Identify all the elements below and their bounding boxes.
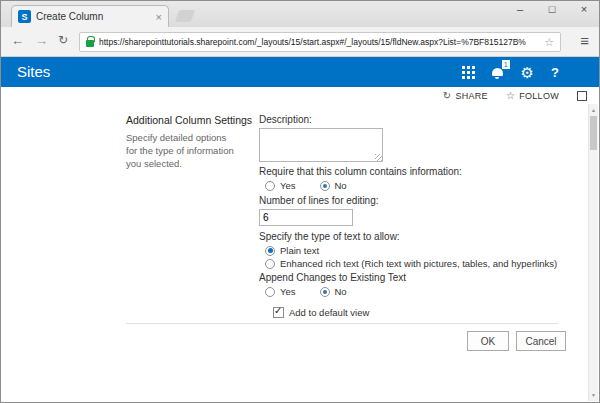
notifications-bell-icon[interactable]: 1: [492, 66, 504, 78]
share-button[interactable]: ↻ SHARE: [443, 90, 488, 101]
require-options: Yes No: [265, 180, 571, 191]
lock-icon: [86, 40, 94, 47]
tab-close-icon[interactable]: ×: [156, 11, 162, 23]
lines-input[interactable]: [259, 209, 353, 226]
window-controls: – □ ×: [513, 3, 591, 15]
page-toolbar: ↻ SHARE ☆ FOLLOW: [1, 87, 599, 104]
refresh-button[interactable]: ↻: [58, 33, 68, 47]
radio-option-append-yes[interactable]: Yes: [265, 286, 296, 297]
form-buttons: OK Cancel: [467, 331, 566, 351]
follow-button[interactable]: ☆ FOLLOW: [506, 90, 559, 101]
browser-navbar: ← → ↻ https://sharepointtutorials.sharep…: [1, 27, 599, 57]
radio-option-append-no[interactable]: No: [320, 286, 347, 297]
settings-form: Description: Require that this column co…: [259, 114, 571, 322]
app-launcher-icon[interactable]: [462, 66, 475, 79]
radio-label: No: [335, 180, 347, 191]
url-text: https://sharepointtutorials.sharepoint.c…: [99, 37, 539, 47]
notification-badge: 1: [502, 60, 510, 69]
minimize-button[interactable]: –: [513, 3, 527, 15]
follow-label: FOLLOW: [519, 91, 559, 101]
divider: [126, 323, 558, 324]
radio-label: Yes: [280, 286, 296, 297]
new-tab-button[interactable]: [175, 10, 195, 22]
share-label: SHARE: [455, 91, 488, 101]
resize-grip-icon[interactable]: [375, 154, 382, 161]
radio-selected-icon: [320, 181, 330, 191]
section-description: Specify detailed options for the type of…: [126, 132, 240, 170]
back-button[interactable]: ←: [11, 33, 24, 48]
append-options: Yes No: [265, 286, 571, 297]
close-button[interactable]: ×: [577, 3, 591, 15]
radio-option-require-yes[interactable]: Yes: [265, 180, 296, 191]
radio-icon: [265, 259, 275, 269]
radio-label: Enhanced rich text (Rich text with pictu…: [280, 258, 557, 269]
checkmark-icon: ✓: [274, 305, 282, 316]
checkbox-icon: ✓: [273, 307, 284, 318]
follow-star-icon: ☆: [506, 90, 515, 101]
section-title: Additional Column Settings: [126, 114, 256, 126]
sharepoint-favicon-icon: S: [18, 10, 31, 23]
append-label: Append Changes to Existing Text: [259, 272, 571, 284]
forward-button[interactable]: →: [35, 33, 48, 48]
radio-selected-icon: [265, 246, 275, 256]
text-type-label: Specify the type of text to allow:: [259, 231, 571, 243]
checkbox-label: Add to default view: [289, 307, 369, 318]
share-icon: ↻: [443, 90, 452, 101]
site-title[interactable]: Sites: [17, 57, 50, 87]
maximize-button[interactable]: □: [545, 3, 559, 15]
bell-icon: [492, 68, 503, 76]
tab-title: Create Column: [36, 11, 151, 22]
add-to-default-view-checkbox[interactable]: ✓ Add to default view: [273, 307, 369, 318]
sharepoint-header: Sites 1 ⚙ ?: [1, 57, 599, 87]
scroll-up-icon[interactable]: ▲: [589, 107, 598, 113]
gear-icon[interactable]: ⚙: [521, 65, 534, 80]
radio-option-plain-text[interactable]: Plain text: [265, 245, 571, 256]
description-field-wrap: [259, 128, 383, 162]
radio-label: Plain text: [280, 245, 319, 256]
settings-section-header: Additional Column Settings Specify detai…: [126, 114, 256, 170]
radio-label: No: [335, 286, 347, 297]
radio-label: Yes: [280, 180, 296, 191]
browser-window: S Create Column × – □ × ← → ↻ https://sh…: [0, 0, 600, 403]
radio-option-enhanced-rich-text[interactable]: Enhanced rich text (Rich text with pictu…: [265, 258, 571, 269]
cancel-button[interactable]: Cancel: [516, 331, 566, 351]
browser-tab[interactable]: S Create Column ×: [11, 5, 169, 27]
window-titlebar: S Create Column × – □ ×: [1, 1, 599, 27]
scrollbar[interactable]: ▲ ▼: [588, 104, 598, 401]
focus-on-content-icon[interactable]: [577, 91, 587, 101]
description-textarea[interactable]: [259, 128, 383, 162]
radio-icon: [265, 181, 275, 191]
menu-icon[interactable]: ≡: [580, 32, 589, 49]
lines-label: Number of lines for editing:: [259, 195, 571, 207]
radio-option-require-no[interactable]: No: [320, 180, 347, 191]
text-type-options: Plain text Enhanced rich text (Rich text…: [265, 245, 571, 269]
header-icons: 1 ⚙ ?: [462, 57, 559, 87]
address-bar[interactable]: https://sharepointtutorials.sharepoint.c…: [79, 32, 561, 52]
scrollbar-thumb[interactable]: [590, 116, 597, 150]
scroll-down-icon[interactable]: ▼: [589, 392, 598, 398]
bookmark-star-icon[interactable]: ☆: [544, 36, 554, 49]
radio-selected-icon: [320, 287, 330, 297]
page-content: Additional Column Settings Specify detai…: [1, 104, 588, 402]
require-label: Require that this column contains inform…: [259, 166, 571, 178]
description-label: Description:: [259, 114, 571, 126]
radio-icon: [265, 287, 275, 297]
ok-button[interactable]: OK: [467, 331, 509, 351]
help-icon[interactable]: ?: [551, 65, 559, 80]
